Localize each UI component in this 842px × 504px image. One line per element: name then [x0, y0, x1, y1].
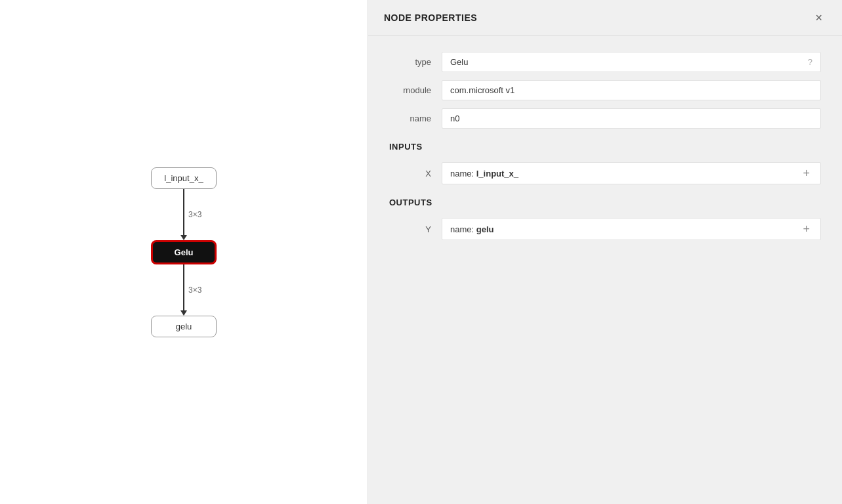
input-x-value: name: l_input_x_ +	[442, 162, 821, 184]
edge-bottom-label: 3×3	[188, 285, 201, 295]
name-label: name	[389, 114, 442, 123]
edge-top: 3×3	[180, 189, 187, 240]
panel-title: NODE PROPERTIES	[384, 12, 477, 23]
module-row: module com.microsoft v1	[389, 80, 821, 100]
output-y-label: Y	[389, 224, 442, 234]
type-value-container: Gelu ?	[442, 52, 821, 72]
name-value-text: n0	[450, 114, 459, 123]
properties-panel: NODE PROPERTIES × type Gelu ? module com…	[368, 0, 842, 504]
type-label: type	[389, 57, 442, 67]
type-row: type Gelu ?	[389, 52, 821, 72]
graph-container: l_input_x_ 3×3 Gelu 3×3 gelu	[151, 167, 217, 337]
module-value-text: com.microsoft v1	[450, 85, 515, 95]
edge-top-label: 3×3	[188, 210, 201, 219]
input-node-label: l_input_x_	[164, 173, 203, 183]
name-value: n0	[442, 108, 821, 129]
output-node-label: gelu	[176, 322, 192, 331]
inputs-title: INPUTS	[389, 142, 821, 152]
edge-bottom: 3×3	[180, 264, 187, 316]
module-value: com.microsoft v1	[442, 80, 821, 100]
output-node[interactable]: gelu	[151, 316, 217, 337]
graph-canvas: l_input_x_ 3×3 Gelu 3×3 gelu	[0, 0, 368, 504]
edge-top-line2	[183, 215, 184, 235]
panel-content: type Gelu ? module com.microsoft v1 name…	[368, 36, 842, 504]
output-y-value: name: gelu +	[442, 218, 821, 240]
help-icon[interactable]: ?	[808, 57, 812, 67]
input-x-plus[interactable]: +	[800, 167, 812, 179]
gelu-node-label: Gelu	[175, 247, 194, 257]
edge-bottom-arrow	[180, 310, 187, 316]
output-y-plus[interactable]: +	[800, 223, 812, 235]
input-x-name: name: l_input_x_	[450, 169, 518, 178]
outputs-title: OUTPUTS	[389, 198, 821, 207]
edge-bottom-line	[183, 264, 184, 291]
edge-top-line	[183, 189, 184, 215]
output-y-row: Y name: gelu +	[389, 218, 821, 240]
module-label: module	[389, 85, 442, 95]
edge-bottom-line2	[183, 291, 184, 310]
input-x-label: X	[389, 169, 442, 178]
name-row: name n0	[389, 108, 821, 129]
input-node[interactable]: l_input_x_	[151, 167, 217, 189]
outputs-section: OUTPUTS Y name: gelu +	[389, 198, 821, 240]
input-x-name-bold: l_input_x_	[476, 169, 518, 178]
close-button[interactable]: ×	[811, 10, 826, 25]
output-y-name: name: gelu	[450, 224, 494, 234]
input-x-row: X name: l_input_x_ +	[389, 162, 821, 184]
output-y-name-bold: gelu	[476, 224, 494, 234]
edge-top-arrow	[180, 235, 187, 240]
gelu-node[interactable]: Gelu	[151, 240, 217, 264]
panel-header: NODE PROPERTIES ×	[368, 0, 842, 36]
type-value: Gelu	[450, 57, 468, 67]
inputs-section: INPUTS X name: l_input_x_ +	[389, 142, 821, 184]
